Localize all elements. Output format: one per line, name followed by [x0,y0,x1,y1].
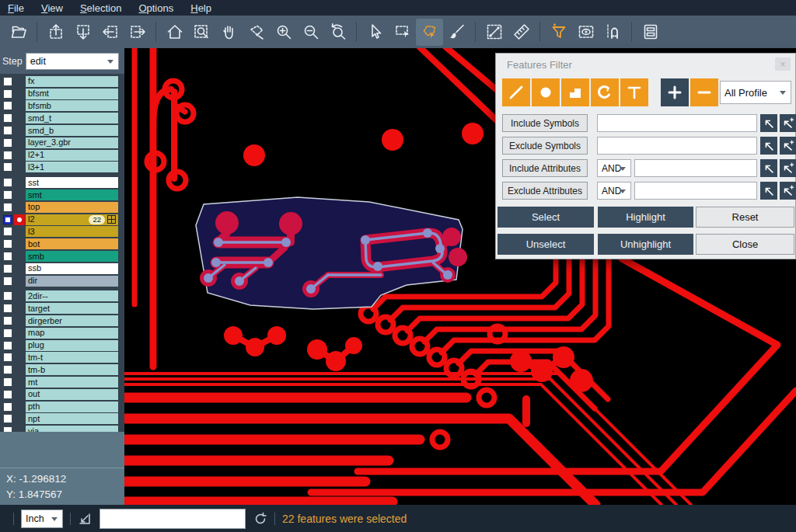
command-input[interactable] [100,509,246,529]
include-attributes-logic-select[interactable]: AND [597,159,631,177]
include-symbols-button[interactable]: Include Symbols [502,114,588,132]
layer-visibility-checkbox[interactable] [3,264,12,273]
layer-visibility-checkbox[interactable] [3,353,12,362]
filter-surface-button[interactable] [561,78,589,106]
layer-visibility-checkbox[interactable] [3,304,12,313]
unselect-button[interactable]: Unselect [498,234,594,255]
zoom-object-button[interactable] [243,19,270,46]
layer-visibility-checkbox[interactable] [3,402,12,412]
layer-item[interactable]: smb [26,251,118,262]
layer-item[interactable]: tm-b [26,364,118,375]
menu-help[interactable]: Help [190,2,211,14]
layer-item[interactable]: l3 [26,226,118,237]
layer-item[interactable]: out [26,389,118,400]
layer-item[interactable]: bfsmb [26,100,118,111]
measure-ruler-button[interactable] [508,19,535,46]
layer-item[interactable]: l2+1 [26,150,118,161]
pick-symbol-button[interactable] [760,137,777,155]
filter-arc-button[interactable] [591,78,619,106]
layer-item[interactable]: top [26,202,118,213]
pointer-select-button[interactable] [361,19,389,46]
refresh-button[interactable] [253,512,267,526]
layer-visibility-checkbox[interactable] [3,377,12,387]
layer-item[interactable]: dirgerber [26,315,118,326]
dialog-close-button[interactable]: × [775,57,791,71]
layer-item[interactable]: bfsmt [26,89,118,99]
layer-visibility-checkbox[interactable] [3,365,12,374]
layer-visibility-checkbox[interactable] [3,113,12,123]
exclude-attributes-button[interactable]: Exclude Attributes [502,182,588,200]
pan-left-button[interactable] [96,19,124,46]
pick-add-symbol-button[interactable] [780,137,796,155]
pan-up-button[interactable] [42,19,69,46]
layer-item[interactable]: fx [26,76,118,87]
layer-visibility-checkbox[interactable] [3,316,12,325]
features-filter-button[interactable] [545,19,572,46]
exclude-symbols-button[interactable]: Exclude Symbols [502,137,588,155]
report-panel-button[interactable] [637,19,664,46]
select-button[interactable]: Select [498,207,594,228]
close-button[interactable]: Close [696,234,794,255]
layer-visibility-checkbox[interactable] [3,126,12,135]
zoom-previous-button[interactable] [324,19,351,46]
layer-visibility-checkbox[interactable] [3,276,12,286]
layer-visibility-checkbox[interactable] [3,215,12,224]
menu-file[interactable]: File [8,2,24,14]
layer-visibility-checkbox[interactable] [3,239,12,249]
exclude-attributes-input[interactable] [634,182,757,200]
measure-distance-button[interactable] [480,19,508,46]
polarity-positive-button[interactable] [661,78,689,106]
paint-brush-button[interactable] [443,19,470,46]
layer-item[interactable]: map [26,328,118,339]
zoom-out-button[interactable] [297,19,324,46]
filter-pad-button[interactable] [532,78,560,106]
angle-measure-button[interactable] [78,512,92,526]
reset-button[interactable]: Reset [696,207,794,228]
layer-item[interactable]: pth [26,402,118,412]
layer-item[interactable]: smd_t [26,113,118,123]
layer-visibility-checkbox[interactable] [3,178,12,187]
exclude-symbols-input[interactable] [597,137,757,155]
layer-visibility-checkbox[interactable] [3,138,12,148]
filter-text-button[interactable] [620,78,648,106]
include-attributes-input[interactable] [634,159,757,177]
layer-item[interactable]: smd_b [26,125,118,136]
menu-selection[interactable]: Selection [80,2,121,14]
pan-down-button[interactable] [69,19,96,46]
view-options-button[interactable] [572,19,599,46]
pick-add-symbol-button[interactable] [780,114,796,132]
layer-item[interactable]: ssb [26,263,118,274]
menu-view[interactable]: View [41,2,63,14]
layer-item[interactable]: sst [26,177,118,188]
layer-visibility-checkbox[interactable] [3,89,12,99]
layer-visibility-checkbox[interactable] [3,341,12,350]
pan-hand-button[interactable] [215,19,243,46]
pick-symbol-button[interactable] [760,114,777,132]
step-select[interactable]: edit [26,53,119,70]
include-attributes-button[interactable]: Include Attributes [502,159,588,177]
select-rectangle-button[interactable] [389,19,416,46]
zoom-in-button[interactable] [270,19,297,46]
layer-visibility-checkbox[interactable] [3,291,12,301]
layer-item[interactable]: mt [26,377,118,388]
layer-visibility-checkbox[interactable] [3,101,12,110]
layer-visibility-checkbox[interactable] [3,77,12,86]
select-polygon-button[interactable] [416,19,443,46]
pick-attribute-button[interactable] [760,182,777,200]
pick-attribute-button[interactable] [760,159,777,177]
zoom-home-button[interactable] [161,19,188,46]
pick-add-attribute-button[interactable] [780,182,796,200]
layer-visibility-checkbox[interactable] [3,414,12,423]
layer-visibility-checkbox[interactable] [3,252,12,261]
layer-item[interactable]: plug [26,340,118,351]
layer-visibility-checkbox[interactable] [3,329,12,338]
layer-item[interactable]: l3+1 [26,162,118,172]
layer-visibility-checkbox[interactable] [3,203,12,212]
layer-visibility-checkbox[interactable] [3,390,12,399]
profile-select[interactable]: All Profile [720,81,791,104]
filter-line-button[interactable] [502,78,530,106]
layer-item[interactable]: npt [26,413,118,424]
pan-right-button[interactable] [124,19,151,46]
layer-item[interactable]: tm-t [26,352,118,363]
unhighlight-button[interactable]: Unhighlight [598,234,693,255]
